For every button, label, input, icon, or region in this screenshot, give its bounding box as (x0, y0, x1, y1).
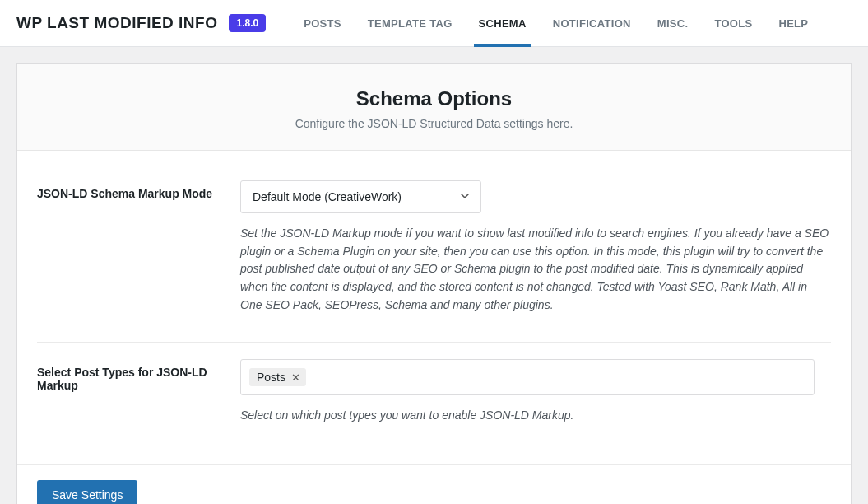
save-button[interactable]: Save Settings (37, 480, 137, 504)
tab-help[interactable]: HELP (765, 0, 821, 46)
markup-mode-control: Default Mode (CreativeWork) Set the JSON… (240, 180, 831, 314)
tag-posts: Posts ✕ (249, 368, 306, 386)
nav-tabs: POSTS TEMPLATE TAG SCHEMA NOTIFICATION M… (290, 0, 821, 46)
tab-posts[interactable]: POSTS (290, 0, 355, 46)
post-types-control: Posts ✕ Select on which post types you w… (240, 359, 831, 425)
post-types-input[interactable]: Posts ✕ (240, 359, 815, 395)
post-types-help: Select on which post types you want to e… (240, 407, 831, 425)
tab-notification[interactable]: NOTIFICATION (540, 0, 644, 46)
panel-title: Schema Options (34, 87, 834, 110)
version-badge: 1.8.0 (229, 14, 266, 32)
markup-mode-value: Default Mode (CreativeWork) (240, 180, 481, 213)
post-types-label: Select Post Types for JSON-LD Markup (37, 359, 240, 392)
markup-mode-help: Set the JSON-LD Markup mode if you want … (240, 225, 831, 314)
main-content: Schema Options Configure the JSON-LD Str… (0, 47, 868, 504)
markup-mode-select[interactable]: Default Mode (CreativeWork) (240, 180, 481, 213)
tab-schema[interactable]: SCHEMA (466, 0, 540, 46)
tab-misc[interactable]: MISC. (644, 0, 702, 46)
markup-mode-label: JSON-LD Schema Markup Mode (37, 180, 240, 200)
panel-header: Schema Options Configure the JSON-LD Str… (17, 64, 851, 151)
settings-panel: Schema Options Configure the JSON-LD Str… (16, 63, 852, 504)
close-icon[interactable]: ✕ (291, 372, 300, 383)
tag-label: Posts (257, 371, 285, 384)
panel-footer: Save Settings (17, 464, 851, 504)
field-post-types: Select Post Types for JSON-LD Markup Pos… (37, 359, 831, 440)
field-markup-mode: JSON-LD Schema Markup Mode Default Mode … (37, 180, 831, 343)
panel-body: JSON-LD Schema Markup Mode Default Mode … (17, 151, 851, 464)
top-bar: WP LAST MODIFIED INFO 1.8.0 POSTS TEMPLA… (0, 0, 868, 47)
tab-template-tag[interactable]: TEMPLATE TAG (355, 0, 466, 46)
tab-tools[interactable]: TOOLS (701, 0, 765, 46)
plugin-title: WP LAST MODIFIED INFO (16, 14, 217, 32)
panel-subtitle: Configure the JSON-LD Structured Data se… (34, 117, 834, 130)
